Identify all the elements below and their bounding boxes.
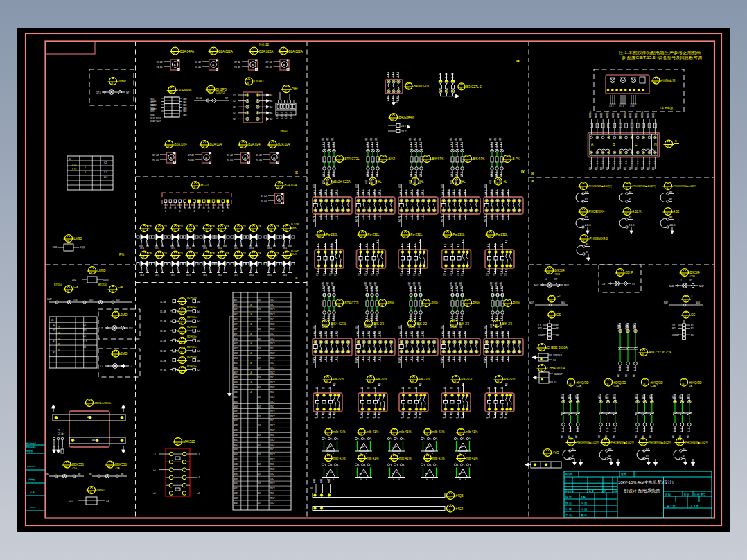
svg-text:M2号Dbt: M2号Dbt bbox=[187, 326, 196, 329]
svg-text:B3: B3 bbox=[585, 191, 588, 193]
svg-text:7DC7: 7DC7 bbox=[270, 299, 275, 301]
svg-text:2MD: 2MD bbox=[121, 352, 128, 356]
svg-text:4B1: 4B1 bbox=[322, 281, 324, 286]
svg-text:B1: B1 bbox=[556, 324, 559, 327]
svg-text:M: M bbox=[625, 187, 627, 190]
svg-text:7DC: 7DC bbox=[270, 304, 274, 306]
svg-text:M: M bbox=[642, 353, 644, 356]
svg-text:38 4: 38 4 bbox=[249, 274, 254, 277]
svg-text:4.02: 4.02 bbox=[674, 210, 680, 213]
svg-text:#L: #L bbox=[504, 180, 508, 184]
svg-text:N: N bbox=[654, 142, 657, 146]
svg-text:2B: 2B bbox=[333, 417, 335, 419]
svg-text:M: M bbox=[252, 229, 254, 232]
svg-text:Pb: Pb bbox=[258, 225, 261, 227]
svg-text:Pb: Pb bbox=[226, 225, 229, 227]
svg-text:B1: B1 bbox=[556, 327, 559, 330]
svg-text:M187: M187 bbox=[234, 376, 239, 379]
svg-text:M4B1: M4B1 bbox=[652, 112, 655, 118]
svg-text:B4 CF: B4 CF bbox=[92, 439, 98, 442]
svg-text:Pb: Pb bbox=[179, 225, 183, 227]
svg-text:注:1.本图仅作为配电箱生产参考之用图示: 注:1.本图仅作为配电箱生产参考之用图示 bbox=[619, 51, 701, 55]
svg-text:S7: S7 bbox=[632, 283, 635, 286]
svg-text:M127: M127 bbox=[234, 347, 239, 350]
svg-text:M447: M447 bbox=[234, 502, 239, 505]
svg-text:M: M bbox=[271, 146, 273, 148]
svg-text:M: M bbox=[666, 187, 668, 190]
svg-text:31 4B: 31 4B bbox=[160, 320, 166, 323]
svg-text:M47: M47 bbox=[234, 308, 238, 311]
svg-text:4B1: 4B1 bbox=[500, 281, 502, 286]
svg-text:Δ: Δ bbox=[250, 371, 252, 374]
svg-text:B1: B1 bbox=[683, 455, 685, 458]
svg-text:Pb: Pb bbox=[258, 252, 261, 254]
svg-text:M60: M60 bbox=[598, 395, 601, 399]
svg-text:M317: M317 bbox=[234, 439, 239, 441]
svg-text:M: M bbox=[142, 256, 144, 259]
svg-text:D7: D7 bbox=[258, 492, 261, 495]
svg-text:M217: M217 bbox=[234, 391, 239, 394]
svg-text:B1: B1 bbox=[608, 455, 611, 458]
svg-text:4B1: 4B1 bbox=[414, 137, 416, 141]
svg-text:M: M bbox=[455, 182, 457, 185]
svg-text:38 4: 38 4 bbox=[234, 247, 238, 250]
svg-text:4Q1: 4Q1 bbox=[355, 325, 358, 329]
svg-text:B2A D24: B2A D24 bbox=[285, 184, 297, 187]
svg-text:31 4B: 31 4B bbox=[160, 369, 166, 372]
svg-text:1.4: 1.4 bbox=[106, 500, 109, 502]
svg-text:3B4: 3B4 bbox=[183, 110, 187, 113]
svg-text:7DC7: 7DC7 bbox=[270, 487, 275, 490]
svg-text:D7: D7 bbox=[258, 405, 261, 408]
svg-text:M41: M41 bbox=[669, 285, 674, 288]
svg-text:LL: LL bbox=[680, 279, 683, 282]
svg-text:4B1: 4B1 bbox=[364, 281, 367, 286]
svg-text:S2: S2 bbox=[233, 100, 236, 103]
svg-text:M21: M21 bbox=[538, 327, 542, 330]
svg-text:7DC7: 7DC7 bbox=[270, 453, 275, 456]
svg-text:IX: IX bbox=[531, 172, 534, 175]
svg-text:4.02只: 4.02只 bbox=[633, 210, 642, 213]
svg-text:M: M bbox=[142, 229, 144, 232]
svg-text:B3: B3 bbox=[629, 191, 631, 193]
svg-text:A: A bbox=[212, 63, 214, 67]
svg-text:M347: M347 bbox=[234, 453, 239, 456]
svg-text:2B: 2B bbox=[493, 273, 496, 276]
svg-text:#消防电源: #消防电源 bbox=[661, 78, 676, 82]
svg-text:平面图: 平面图 bbox=[26, 450, 33, 453]
svg-text:2B: 2B bbox=[358, 273, 361, 276]
svg-text:4 4 4: 4 4 4 bbox=[630, 105, 635, 108]
svg-text:M157: M157 bbox=[234, 362, 239, 365]
svg-text:C2A: C2A bbox=[118, 286, 123, 288]
svg-text:M61: M61 bbox=[605, 395, 608, 399]
svg-text:+3: +3 bbox=[153, 453, 156, 456]
svg-text:4.5(1): 4.5(1) bbox=[80, 246, 85, 249]
svg-text:M: M bbox=[337, 304, 340, 307]
svg-text:M: M bbox=[108, 466, 110, 469]
svg-text:4 B.C: 4 B.C bbox=[629, 224, 635, 227]
svg-text:M: M bbox=[173, 52, 175, 55]
svg-text:4Q1: 4Q1 bbox=[313, 325, 315, 329]
svg-text:B1B741D: B1B741D bbox=[290, 112, 292, 119]
svg-text:7DC: 7DC bbox=[270, 333, 274, 335]
svg-text:4b: 4b bbox=[589, 110, 592, 113]
svg-text:#04Q/3D: #04Q/3D bbox=[651, 381, 664, 385]
svg-text:20HP: 20HP bbox=[118, 80, 126, 83]
svg-text:M: M bbox=[326, 433, 328, 436]
svg-text:2B: 2B bbox=[316, 273, 319, 276]
svg-text:M147: M147 bbox=[234, 357, 239, 360]
svg-text:37 42: 37 42 bbox=[157, 61, 163, 64]
svg-text:M207: M207 bbox=[234, 386, 239, 389]
svg-text:2B 3*: 2B 3* bbox=[401, 130, 407, 133]
svg-text:2B: 2B bbox=[456, 417, 459, 419]
svg-text:M62: M62 bbox=[649, 395, 652, 399]
svg-text:M: M bbox=[371, 182, 373, 185]
svg-text:M21: M21 bbox=[672, 327, 676, 330]
svg-text:D7: D7 bbox=[258, 444, 261, 446]
svg-text:M97: M97 bbox=[234, 333, 238, 335]
svg-text:4 4 4: 4 4 4 bbox=[619, 105, 624, 108]
svg-text:B/K4 PK: B/K4 PK bbox=[432, 157, 444, 161]
svg-text:B2A.022A: B2A.022A bbox=[259, 50, 273, 53]
svg-text:9.15: 9.15 bbox=[72, 164, 76, 166]
svg-text:7DC7: 7DC7 bbox=[270, 473, 275, 475]
svg-text:38 4: 38 4 bbox=[140, 274, 144, 277]
